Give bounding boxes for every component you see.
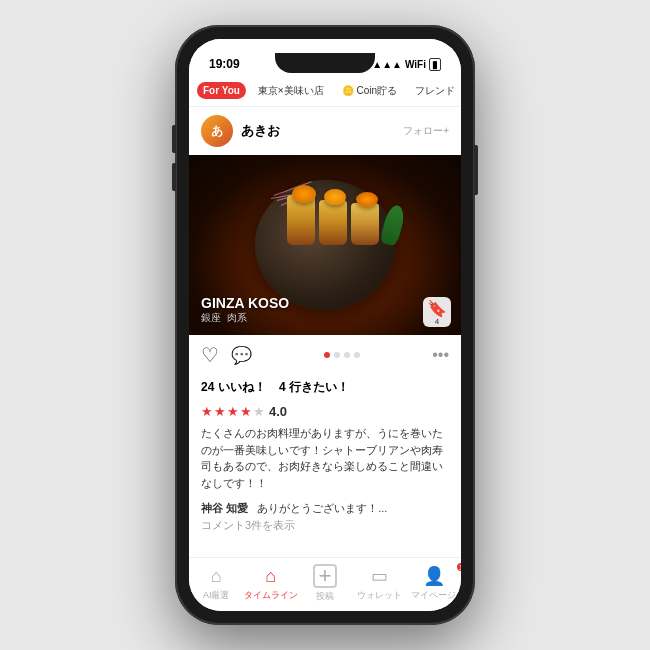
rating-number: 4.0 (269, 404, 287, 419)
plus-icon: + (313, 564, 337, 588)
status-icons: ▲▲▲ WiFi ▮ (372, 58, 441, 71)
wallet-icon: ▭ (371, 565, 388, 587)
tab-tokyo[interactable]: 東京×美味い店 (252, 81, 330, 101)
user-icon: 👤 (423, 565, 445, 587)
tab-coin[interactable]: 🪙 Coin貯る (336, 81, 403, 101)
timeline-icon: ⌂ (265, 566, 276, 587)
commenter-name: 神谷 知愛 (201, 502, 248, 514)
nav-timeline[interactable]: ⌂ タイムライン (243, 566, 297, 602)
tab-friend[interactable]: フレンド (409, 81, 461, 101)
volume-down-button (172, 163, 176, 191)
commenter: 神谷 知愛 ありがとうございます！... (201, 501, 449, 516)
avatar[interactable]: あ (201, 115, 233, 147)
comment-link[interactable]: コメント3件を表示 (201, 518, 449, 533)
restaurant-sub: 銀座 肉系 (201, 311, 289, 325)
bottom-nav: ⌂ AI厳選 ⌂ タイムライン + 投稿 ▭ ウォレット 👤 1 マイページ (189, 557, 461, 611)
nav-timeline-label: タイムライン (244, 589, 298, 602)
food-item-3 (351, 203, 379, 245)
heart-icon[interactable]: ♡ (201, 343, 219, 367)
volume-up-button (172, 125, 176, 153)
comment-text: ありがとうございます！... (257, 502, 387, 514)
dot-3 (344, 352, 350, 358)
user-name[interactable]: あきお (241, 122, 395, 140)
star-1: ★ (201, 404, 213, 419)
action-row: ♡ 💬 ••• (189, 335, 461, 375)
nav-ai[interactable]: ⌂ AI厳選 (189, 566, 243, 602)
dot-2 (334, 352, 340, 358)
phone-screen: 19:09 ▲▲▲ WiFi ▮ For You 東京×美味い店 🪙 Coin貯… (189, 39, 461, 611)
mypage-badge: 1 (457, 563, 461, 571)
likes-row: 24 いいね！ 4 行きたい！ (189, 375, 461, 402)
food-item-2 (319, 200, 347, 245)
notch (275, 53, 375, 73)
likes-text: 24 いいね！ 4 行きたい！ (201, 380, 349, 394)
star-3: ★ (227, 404, 239, 419)
topping-1 (292, 185, 316, 203)
comment-row: 神谷 知愛 ありがとうございます！... コメント3件を表示 (189, 497, 461, 539)
nav-mypage[interactable]: 👤 1 マイページ (407, 565, 461, 602)
dot-4 (354, 352, 360, 358)
signal-icon: ▲▲▲ (372, 59, 402, 70)
user-row: あ あきお フォロー+ (189, 107, 461, 155)
topping-3 (356, 192, 378, 207)
dot-indicators (264, 352, 420, 358)
bookmark-icon: 🔖 (427, 299, 447, 318)
tab-for-you[interactable]: For You (197, 82, 246, 99)
star-5: ★ (253, 404, 265, 419)
follow-button[interactable]: フォロー+ (403, 124, 449, 138)
bookmark-count: 4 (435, 318, 439, 326)
phone-frame: 19:09 ▲▲▲ WiFi ▮ For You 東京×美味い店 🪙 Coin貯… (175, 25, 475, 625)
star-2: ★ (214, 404, 226, 419)
star-4: ★ (240, 404, 252, 419)
topping-2 (324, 189, 346, 205)
comment-icon[interactable]: 💬 (231, 345, 252, 366)
wifi-icon: WiFi (405, 59, 426, 70)
nav-mypage-label: マイページ (411, 589, 456, 602)
restaurant-info: GINZA KOSO 銀座 肉系 (201, 295, 289, 325)
nav-post-label: 投稿 (316, 590, 334, 603)
nav-tabs[interactable]: For You 東京×美味い店 🪙 Coin貯る フレンド すべて (189, 75, 461, 107)
review-text: たくさんのお肉料理がありますが、うにを巻いたのが一番美味しいです！シャトーブリア… (189, 421, 461, 497)
stars: ★ ★ ★ ★ ★ (201, 404, 265, 419)
power-button (474, 145, 478, 195)
dot-1 (324, 352, 330, 358)
restaurant-name: GINZA KOSO (201, 295, 289, 311)
bookmark-button[interactable]: 🔖 4 (423, 297, 451, 327)
nav-wallet-label: ウォレット (357, 589, 402, 602)
more-button[interactable]: ••• (432, 346, 449, 364)
nav-ai-label: AI厳選 (203, 589, 230, 602)
food-image: GINZA KOSO 銀座 肉系 🔖 4 (189, 155, 461, 335)
nav-post[interactable]: + 投稿 (298, 564, 352, 603)
nav-wallet[interactable]: ▭ ウォレット (352, 565, 406, 602)
stars-row: ★ ★ ★ ★ ★ 4.0 (189, 402, 461, 421)
status-time: 19:09 (209, 57, 240, 71)
battery-icon: ▮ (429, 58, 441, 71)
home-icon: ⌂ (211, 566, 222, 587)
